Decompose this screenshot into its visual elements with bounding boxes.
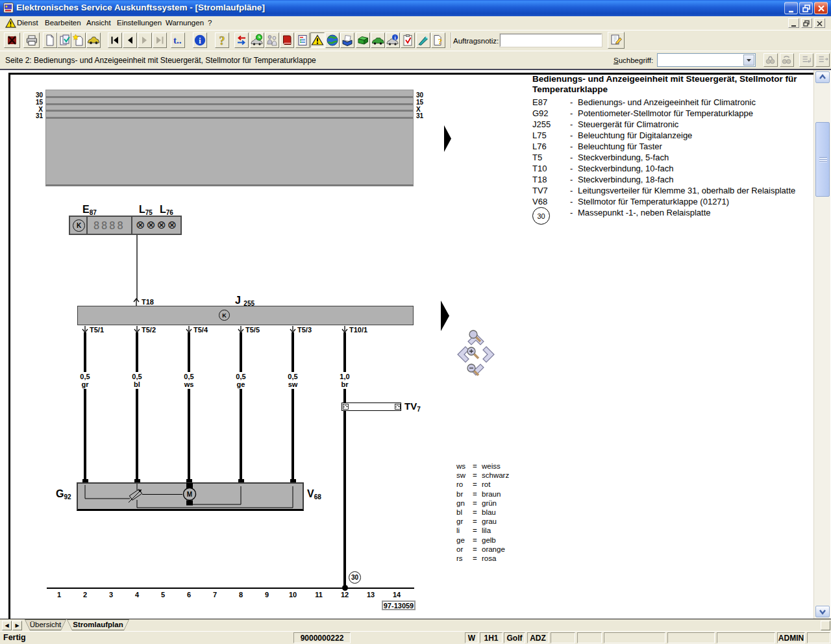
car-button[interactable]: [86, 32, 101, 48]
apply-right-button[interactable]: [815, 53, 830, 67]
svg-text:t..: t..: [173, 35, 182, 45]
legend-desc: Steckverbindung, 18-fach: [578, 174, 673, 185]
page-help-button[interactable]: ?: [431, 32, 445, 48]
minimize-button[interactable]: [784, 2, 798, 14]
warnings-button[interactable]: [310, 32, 325, 48]
legend-desc: Beleuchtung für Digitalanzeige: [578, 130, 692, 141]
persons-button[interactable]: [265, 32, 279, 48]
apply-left-button[interactable]: [799, 53, 813, 67]
legend-item: T5-Steckverbindung, 5-fach: [532, 152, 815, 163]
suchbegriff-combobox[interactable]: [657, 53, 756, 67]
legend-item: TV7-Leitungsverteiler für Klemme 31, obe…: [532, 185, 815, 196]
pin-label: T5/4: [193, 327, 208, 334]
legend-desc: Leitungsverteiler für Klemme 31, oberhal…: [578, 185, 795, 196]
wire-gauge: 0,5: [72, 373, 98, 380]
exit-button[interactable]: [4, 32, 20, 48]
tab-scroll-right-button[interactable]: ▶: [12, 621, 22, 630]
mdi-minimize-button[interactable]: [788, 18, 799, 28]
wire-gauge: 1,0: [332, 373, 358, 380]
green-car-button[interactable]: [371, 32, 385, 48]
book-button[interactable]: [280, 32, 294, 48]
search-back-button[interactable]: [780, 53, 794, 67]
note-edit-button[interactable]: [608, 32, 625, 49]
scroll-up-button[interactable]: [815, 71, 830, 83]
swap-arrows-button[interactable]: [234, 32, 249, 48]
auftragsnotiz-input[interactable]: [500, 34, 602, 47]
page-continue-arrow-mid[interactable]: [441, 301, 449, 331]
scroll-down-button[interactable]: [815, 606, 830, 617]
tab-stromlaufplan[interactable]: Stromlaufplan: [67, 619, 129, 630]
diagram-ref-number: 97-13059: [382, 601, 416, 610]
menu-bearbeiten[interactable]: Bearbeiten: [45, 19, 81, 27]
search-forward-button[interactable]: [763, 53, 778, 67]
car-clock-button[interactable]: [250, 32, 264, 48]
nav-next-button[interactable]: [138, 32, 152, 48]
legend-key: T5: [532, 152, 570, 163]
nav-previous-button[interactable]: [123, 32, 137, 48]
green-block-button[interactable]: [356, 32, 370, 48]
bus-label-left: 30: [26, 92, 43, 99]
nav-last-button[interactable]: [153, 32, 167, 48]
scale-number: 1: [53, 591, 66, 599]
color-code-row: sw=schwarz: [456, 471, 509, 480]
color-code-row: ro=rot: [456, 480, 509, 489]
clipboard-check-button[interactable]: [401, 32, 415, 48]
mdi-close-button[interactable]: [814, 18, 825, 28]
g92-v68-internal-circuit: M: [77, 482, 304, 511]
menu-warnungen[interactable]: Warnungen: [166, 19, 204, 27]
page-info-text: Seite 2: Bedienungs- und Anzeigeeinheit …: [5, 56, 316, 65]
close-button[interactable]: [814, 2, 828, 14]
box-note-button[interactable]: [340, 32, 354, 48]
text-tool-button[interactable]: t..: [171, 32, 185, 48]
tab-scroll-left-button[interactable]: ◀: [2, 621, 12, 630]
chisel-button[interactable]: [416, 32, 430, 48]
print-button[interactable]: [23, 32, 40, 48]
color-code-row: or=orange: [456, 545, 509, 554]
color-code-row: li=lila: [456, 526, 509, 535]
document-new-button[interactable]: [71, 32, 86, 48]
bus-label-right: X: [416, 106, 433, 113]
tab-übersicht[interactable]: Übersicht: [25, 619, 66, 630]
document-list-button[interactable]: [295, 32, 310, 48]
corner-grip: [821, 621, 830, 630]
zoom-in-icon[interactable]: [465, 345, 482, 362]
scale-number: 10: [286, 591, 299, 599]
car-info-button[interactable]: i: [386, 32, 400, 48]
legend-title: Bedienungs- und Anzeigeeinheit mit Steue…: [532, 74, 810, 95]
zoom-out-icon[interactable]: [465, 362, 482, 379]
title-bar: Elektronisches Service Auskunftssystem -…: [0, 0, 831, 16]
wire-color: ge: [228, 381, 254, 388]
help-button[interactable]: ?: [215, 32, 229, 48]
scale-number: 9: [260, 591, 273, 599]
legend-item: T10-Steckverbindung, 10-fach: [532, 163, 815, 174]
wire-segment: [136, 389, 138, 484]
warning-icon[interactable]: [5, 18, 16, 28]
bus-box: [45, 90, 414, 186]
vertical-scrollbar[interactable]: [813, 70, 830, 619]
ground-symbol: 30: [349, 571, 361, 584]
document-check-button[interactable]: [57, 32, 71, 48]
status-cell-empty: [667, 632, 715, 643]
wire-color: gr: [72, 381, 98, 388]
e87-k-symbol: K: [73, 219, 85, 232]
page-continue-arrow-top[interactable]: [444, 125, 451, 152]
tab-bar: ◀ ▶ ÜbersichtStromlaufplan: [0, 619, 831, 631]
nav-first-button[interactable]: [108, 32, 122, 48]
legend-item: L76-Beleuchtung für Taster: [532, 141, 815, 152]
globe-button[interactable]: [325, 32, 340, 48]
color-code-row: br=braun: [456, 489, 509, 499]
legend-list: E87-Bedienungs- und Anzeigeeinheit für C…: [532, 97, 815, 227]
info-button[interactable]: i: [193, 32, 207, 48]
combobox-dropdown-button[interactable]: [743, 55, 754, 66]
scrollbar-thumb[interactable]: [815, 122, 830, 197]
new-document-button[interactable]: [43, 32, 57, 48]
restore-button[interactable]: [799, 2, 813, 14]
menu-dienst[interactable]: Dienst: [17, 19, 38, 27]
menu-einstellungen[interactable]: Einstellungen: [117, 19, 162, 27]
menu-help[interactable]: ?: [208, 19, 212, 27]
scale-number: 2: [79, 591, 92, 599]
wire-gauge: 0,5: [228, 373, 254, 380]
menu-ansicht[interactable]: Ansicht: [86, 19, 111, 27]
mdi-restore-button[interactable]: [801, 18, 812, 28]
zoom-tool-icon[interactable]: [467, 328, 484, 345]
